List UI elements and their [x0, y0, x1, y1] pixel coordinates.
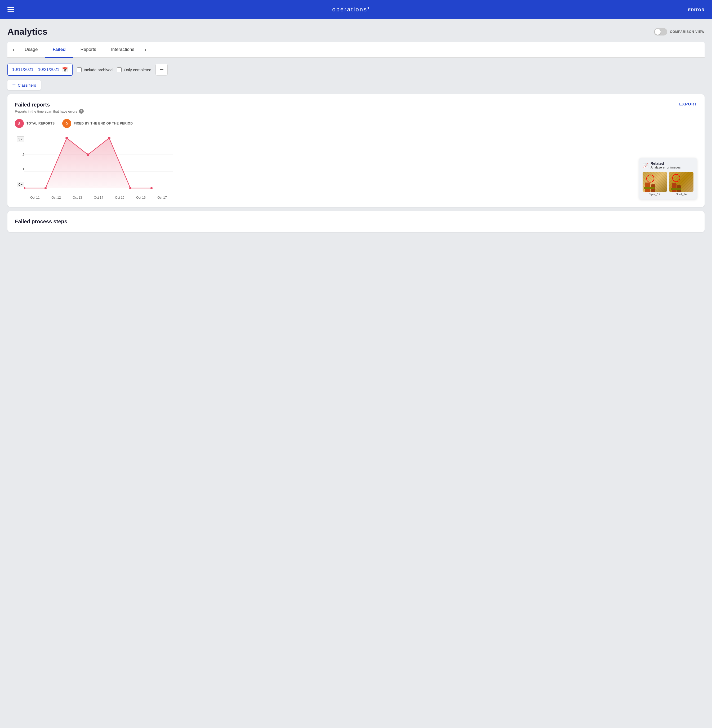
chart-dot-0 [24, 187, 25, 189]
comparison-view-label: COMPARISON VIEW [670, 30, 705, 34]
tabs-next-button[interactable]: › [142, 43, 149, 57]
tabs-nav: ‹ Usage Failed Reports Interactions › [7, 42, 705, 58]
card-title: Failed reports [15, 102, 84, 108]
help-icon[interactable]: ? [79, 109, 84, 114]
classifiers-label: Classifiers [18, 83, 36, 87]
y-axis: 3 ▾ 2 1 0 ▾ [15, 135, 24, 194]
app-header: operations1 EDITOR [0, 0, 712, 19]
related-subtitle: Analyze error images [651, 166, 681, 169]
x-label-1: Oct 12 [46, 196, 67, 200]
filter-settings-button[interactable]: ⚌ [156, 64, 168, 76]
page-top-bar: Analytics COMPARISON VIEW [7, 27, 705, 37]
chart-dot-6 [150, 187, 153, 189]
include-archived-checkbox[interactable]: Include archived [77, 67, 113, 72]
include-archived-label: Include archived [84, 68, 113, 72]
y-max-selector[interactable]: 3 ▾ [17, 136, 24, 142]
fixed-label: FIXED BY THE END OF THE PERIOD [74, 122, 133, 125]
export-button[interactable]: EXPORT [679, 102, 697, 106]
failed-reports-card: Failed reports Reports in the time span … [7, 94, 705, 207]
classifiers-row: ⚌ Classifiers [7, 80, 705, 90]
editor-button[interactable]: EDITOR [688, 7, 705, 12]
related-chart-icon: 📈 [642, 162, 648, 168]
x-label-3: Oct 14 [88, 196, 109, 200]
chart-dot-5 [129, 187, 131, 189]
total-reports-circle: 8 [15, 119, 24, 128]
related-header: 📈 Related Analyze error images [642, 161, 693, 169]
card-header-left: Failed reports Reports in the time span … [15, 102, 84, 119]
y-zero-selector[interactable]: 0 ▾ [17, 182, 24, 187]
x-label-6: Oct 17 [151, 196, 173, 200]
total-reports-badge: 8 TOTAL REPORTS [15, 119, 55, 128]
related-text: Related Analyze error images [651, 161, 681, 169]
date-range-picker[interactable]: 10/11/2021 – 10/21/2021 📅 [7, 64, 73, 76]
x-label-2: Oct 13 [67, 196, 88, 200]
comparison-view-toggle[interactable]: COMPARISON VIEW [654, 28, 705, 36]
classifiers-button[interactable]: ⚌ Classifiers [7, 80, 41, 90]
failed-process-steps-title: Failed process steps [15, 219, 697, 225]
hamburger-menu[interactable] [7, 7, 14, 12]
stats-row: 8 TOTAL REPORTS 0 FIXED BY THE END OF TH… [15, 119, 697, 128]
date-range-text: 10/11/2021 – 10/21/2021 [12, 67, 59, 72]
only-completed-checkbox[interactable]: Only completed [117, 67, 151, 72]
card-subtitle: Reports in the time span that have error… [15, 109, 84, 114]
x-label-4: Oct 15 [109, 196, 130, 200]
x-label-5: Oct 16 [130, 196, 151, 200]
fixed-circle: 0 [62, 119, 71, 128]
tabs-prev-button[interactable]: ‹ [10, 43, 17, 57]
calendar-icon: 📅 [62, 67, 68, 73]
chart-dot-1 [44, 187, 47, 189]
x-axis-labels: Oct 11 Oct 12 Oct 13 Oct 14 Oct 15 Oct 1… [24, 196, 173, 200]
chart-svg-wrapper: Oct 11 Oct 12 Oct 13 Oct 14 Oct 15 Oct 1… [24, 135, 173, 200]
related-image-2[interactable]: Spot_14 [669, 172, 693, 196]
chart-dot-3 [87, 153, 89, 156]
toggle-switch[interactable] [654, 28, 667, 36]
failed-process-steps-card: Failed process steps [7, 211, 705, 232]
tab-usage[interactable]: Usage [17, 42, 45, 58]
page-content: Analytics COMPARISON VIEW ‹ Usage Failed… [0, 19, 712, 239]
tab-reports[interactable]: Reports [73, 42, 104, 58]
card-header: Failed reports Reports in the time span … [15, 102, 697, 119]
related-panel: 📈 Related Analyze error images [639, 158, 697, 200]
chart-container: 3 ▾ 2 1 0 ▾ [15, 135, 697, 200]
x-label-0: Oct 11 [24, 196, 46, 200]
chart-dot-2 [65, 137, 68, 139]
fixed-badge: 0 FIXED BY THE END OF THE PERIOD [62, 119, 133, 128]
tab-failed[interactable]: Failed [45, 42, 73, 58]
svg-marker-4 [24, 138, 151, 188]
chart-section: 3 ▾ 2 1 0 ▾ [15, 135, 697, 200]
related-images-row: Spot_17 Spot_14 [642, 172, 693, 196]
chart-dot-4 [108, 137, 110, 139]
app-title: operations1 [332, 6, 370, 13]
classifiers-icon: ⚌ [12, 83, 16, 87]
chart-svg [24, 135, 173, 194]
tab-interactions[interactable]: Interactions [104, 42, 142, 58]
related-title: Related [651, 161, 681, 166]
related-image-1[interactable]: Spot_17 [642, 172, 667, 196]
related-image-1-label: Spot_17 [642, 193, 667, 196]
page-title: Analytics [7, 27, 47, 37]
only-completed-input[interactable] [117, 67, 122, 72]
related-image-2-label: Spot_14 [669, 193, 693, 196]
include-archived-input[interactable] [77, 67, 82, 72]
total-reports-label: TOTAL REPORTS [27, 122, 55, 125]
filters-row: 10/11/2021 – 10/21/2021 📅 Include archiv… [7, 64, 705, 76]
y-low-label: 1 [22, 167, 24, 171]
only-completed-label: Only completed [124, 68, 151, 72]
y-mid-label: 2 [22, 153, 24, 157]
